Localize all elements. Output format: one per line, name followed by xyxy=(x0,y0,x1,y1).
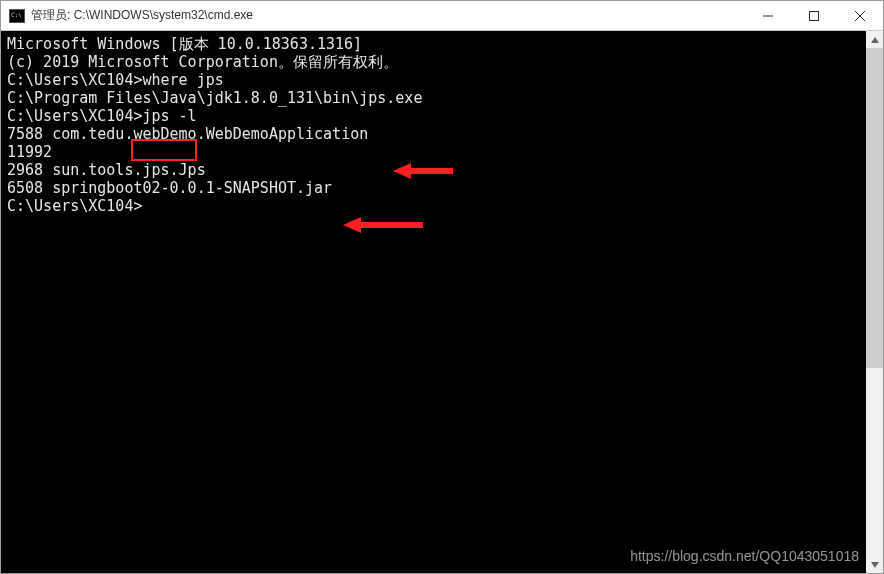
scrollbar[interactable] xyxy=(866,31,883,573)
terminal-line: C:\Users\XC104>jps -l xyxy=(7,107,877,125)
terminal-line: C:\Users\XC104>where jps xyxy=(7,71,877,89)
scroll-track[interactable] xyxy=(866,48,883,556)
svg-marker-5 xyxy=(343,217,423,233)
titlebar: 管理员: C:\WINDOWS\system32\cmd.exe xyxy=(1,1,883,31)
maximize-button[interactable] xyxy=(791,1,837,31)
terminal-line: 2968 sun.tools.jps.Jps xyxy=(7,161,877,179)
terminal-line: 11992 xyxy=(7,143,877,161)
terminal-line: 7588 com.tedu.webDemo.WebDemoApplication xyxy=(7,125,877,143)
svg-marker-6 xyxy=(871,37,879,43)
cmd-icon xyxy=(9,9,25,23)
svg-rect-1 xyxy=(810,11,819,20)
terminal-line: C:\Program Files\Java\jdk1.8.0_131\bin\j… xyxy=(7,89,877,107)
close-button[interactable] xyxy=(837,1,883,31)
scroll-thumb[interactable] xyxy=(866,48,883,368)
minimize-button[interactable] xyxy=(745,1,791,31)
cmd-window: 管理员: C:\WINDOWS\system32\cmd.exe Microso… xyxy=(0,0,884,574)
window-controls xyxy=(745,1,883,31)
scroll-down-button[interactable] xyxy=(866,556,883,573)
terminal-line: (c) 2019 Microsoft Corporation。保留所有权利。 xyxy=(7,53,877,71)
terminal-line: C:\Users\XC104> xyxy=(7,197,877,215)
terminal-line: 6508 springboot02-0.0.1-SNAPSHOT.jar xyxy=(7,179,877,197)
watermark-text: https://blog.csdn.net/QQ1043051018 xyxy=(630,547,859,565)
annotation-arrow-icon xyxy=(343,215,423,235)
svg-marker-7 xyxy=(871,562,879,568)
scroll-up-button[interactable] xyxy=(866,31,883,48)
terminal-line: Microsoft Windows [版本 10.0.18363.1316] xyxy=(7,35,877,53)
window-title: 管理员: C:\WINDOWS\system32\cmd.exe xyxy=(25,7,745,24)
terminal-area[interactable]: Microsoft Windows [版本 10.0.18363.1316] (… xyxy=(1,31,883,573)
